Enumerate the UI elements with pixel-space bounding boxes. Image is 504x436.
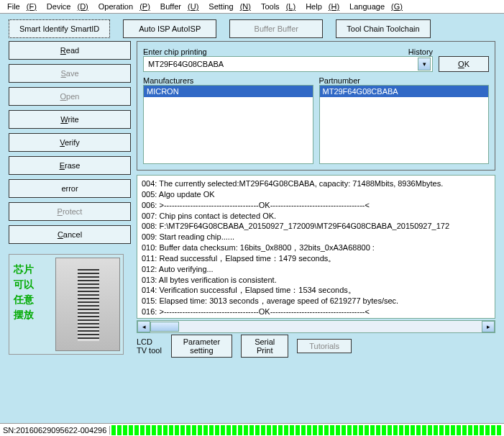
list-item[interactable]: MT29F64G08CBABA — [320, 86, 489, 97]
error-button[interactable]: error — [9, 179, 131, 198]
menu-operation[interactable]: Operation (P) — [94, 1, 155, 12]
log-line: 010: Buffer data checksum: 16bits_0x8800… — [142, 242, 490, 253]
log-line: 012: Auto verifying... — [142, 264, 490, 275]
serial-print-button[interactable]: Serial Print — [241, 335, 288, 358]
h-scrollbar[interactable]: ◂ ▸ — [137, 320, 495, 333]
open-button: Open — [9, 87, 131, 106]
write-button[interactable]: Write — [9, 110, 131, 129]
toolchain-button[interactable]: Tool Chain Toolchain — [336, 19, 430, 38]
smartid-button[interactable]: Smart Identify SmartID — [9, 19, 110, 38]
history-label: History — [408, 47, 433, 56]
chip-select[interactable]: MT29F64G08CBABA ▾ — [143, 56, 433, 72]
log-line: 007: Chip pins contact is detected OK. — [142, 211, 490, 222]
log-line: 013: All bytes verification is consisten… — [142, 275, 490, 286]
socket-icon — [55, 258, 120, 351]
sidebar: Read Save Open Write Verify Erase error … — [9, 41, 131, 359]
chip-value: MT29F64G08CBABA — [148, 60, 224, 68]
chip-photo: 芯片 可以 任意 摆放 — [9, 254, 124, 355]
menu-setting[interactable]: Setting (N) — [204, 1, 255, 12]
scroll-left-icon[interactable]: ◂ — [137, 321, 150, 332]
partnumber-label: Partnumber — [319, 76, 490, 85]
scroll-right-icon[interactable]: ▸ — [482, 321, 495, 332]
partnumber-list[interactable]: MT29F64G08CBABA — [319, 85, 490, 164]
verify-button[interactable]: Verify — [9, 133, 131, 152]
chip-panel: Enter chip printing History MT29F64G08CB… — [137, 41, 495, 171]
menu-bar: File (F) Device (D) Operation (P) Buffer… — [0, 0, 504, 14]
status-bar: SN:20160629095622-004296 — [0, 423, 504, 436]
enter-chip-label: Enter chip printing — [143, 47, 207, 56]
tutorials-button: Tutorials — [297, 339, 352, 353]
photo-caption: 芯片 可以 任意 摆放 — [14, 262, 34, 322]
log-line: 016: >----------------------------------… — [142, 306, 490, 317]
menu-device[interactable]: Device (D) — [42, 1, 93, 12]
log-line: 004: The currently selected:MT29F64G08CB… — [142, 178, 490, 189]
save-button: Save — [9, 64, 131, 83]
protect-button: Protect — [9, 202, 131, 221]
list-item[interactable]: MICRON — [144, 86, 313, 97]
scroll-thumb[interactable] — [150, 322, 179, 332]
parameter-button[interactable]: Parameter setting — [171, 335, 233, 358]
log-line: 015: Elapsed time: 3013 seconds，average … — [142, 296, 490, 306]
log-line: 011: Read successful，Elapsed time：1479 s… — [142, 253, 490, 264]
manufacturers-label: Manufacturers — [143, 76, 313, 85]
log-line: 009: Start reading chip...... — [142, 232, 490, 242]
buffer-button[interactable]: Buffer Buffer — [229, 19, 323, 38]
log-line: 006: >----------------------------------… — [142, 200, 490, 211]
bottom-bar: LCD TV tool Parameter setting Serial Pri… — [137, 333, 495, 359]
menu-help[interactable]: Help (H) — [301, 1, 344, 12]
autoisp-button[interactable]: Auto ISP AutoISP — [123, 19, 216, 38]
read-button[interactable]: Read — [9, 41, 131, 60]
lcd-tv-label: LCD TV tool — [137, 337, 162, 355]
log-panel: 004: The currently selected:MT29F64G08CB… — [137, 175, 495, 319]
top-buttons: Smart Identify SmartID Auto ISP AutoISP … — [0, 14, 504, 41]
serial-number: SN:20160629095622-004296 — [0, 426, 110, 435]
menu-file[interactable]: File (F) — [3, 1, 41, 12]
cancel-button[interactable]: Cancel — [9, 225, 131, 244]
menu-language[interactable]: Language (G) — [345, 1, 407, 12]
progress-bar — [111, 425, 503, 435]
manufacturers-list[interactable]: MICRON — [143, 85, 313, 164]
ok-button[interactable]: OK — [439, 56, 489, 72]
erase-button[interactable]: Erase — [9, 156, 131, 175]
chevron-down-icon[interactable]: ▾ — [418, 58, 431, 71]
menu-buffer[interactable]: Buffer (U) — [156, 1, 203, 12]
menu-tools[interactable]: Tools (L) — [257, 1, 300, 12]
log-line: 008: F:\MT29F64G08CBABA_20150927_172009\… — [142, 221, 490, 232]
log-line: 014: Verification successful，Elapsed tim… — [142, 285, 490, 296]
log-line: 005: Algo update OK — [142, 189, 490, 200]
